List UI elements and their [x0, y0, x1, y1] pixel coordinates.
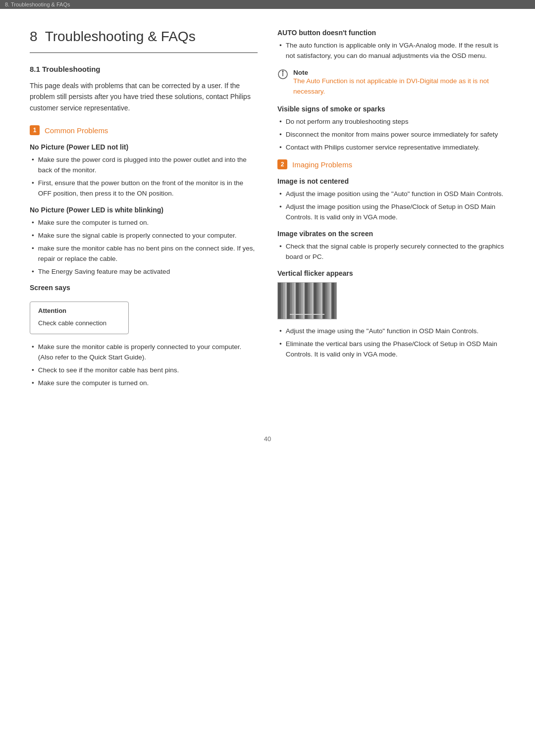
flicker-image: [277, 282, 337, 319]
note-box: i Note The Auto Function is not applicab…: [277, 68, 505, 97]
list-item: Adjust the image position using the "Aut…: [277, 189, 505, 200]
common-problems-header: 1 Common Problems: [30, 125, 258, 135]
attention-box: Attention Check cable connection: [30, 302, 129, 334]
list-item: Do not perform any troubleshooting steps: [277, 117, 505, 127]
note-label: Note: [293, 69, 308, 76]
common-problems-title: Common Problems: [45, 126, 108, 135]
note-text: The Auto Function is not applicable in D…: [293, 77, 489, 95]
right-column: AUTO button doesn't function The auto fu…: [277, 29, 505, 396]
list-item: make sure the monitor cable has no bent …: [30, 244, 258, 264]
list-item: The auto function is applicable only in …: [277, 41, 505, 61]
imaging-problems-title: Imaging Problems: [292, 160, 352, 169]
list-item: Check that the signal cable is properly …: [277, 242, 505, 262]
note-icon: i: [277, 69, 288, 80]
list-item: The Energy Saving feature may be activat…: [30, 267, 258, 277]
auto-button-title: AUTO button doesn't function: [277, 29, 505, 37]
left-column: 8 Troubleshooting & FAQs 8.1 Troubleshoo…: [30, 29, 258, 396]
breadcrumb-bar: 8. Troubleshooting & FAQs: [0, 0, 535, 9]
list-item: Make sure the computer is turned on.: [30, 218, 258, 228]
vertical-flicker-list: Adjust the image using the "Auto" functi…: [277, 326, 505, 360]
vibrates-title: Image vibrates on the screen: [277, 230, 505, 238]
intro-paragraph: This page deals with problems that can b…: [30, 80, 258, 113]
auto-button-list: The auto function is applicable only in …: [277, 41, 505, 61]
screen-says-title: Screen says: [30, 284, 258, 292]
page-footer: 40: [0, 425, 535, 457]
list-item: Adjust the image position using the Phas…: [277, 202, 505, 223]
imaging-problems-badge: 2: [277, 159, 287, 169]
chapter-title: 8 Troubleshooting & FAQs: [30, 29, 258, 49]
attention-content: Check cable connection: [38, 319, 120, 327]
page-number: 40: [264, 435, 271, 443]
smoke-sparks-title: Visible signs of smoke or sparks: [277, 105, 505, 113]
list-item: Make sure the monitor cable is properly …: [30, 342, 258, 363]
attention-title: Attention: [38, 307, 120, 314]
chapter-divider: [30, 52, 258, 53]
list-item: Check to see if the monitor cable has be…: [30, 365, 258, 376]
not-centered-title: Image is not centered: [277, 177, 505, 185]
list-item: Adjust the image using the "Auto" functi…: [277, 326, 505, 337]
list-item: First, ensure that the power button on t…: [30, 178, 258, 199]
list-item: Make sure the power cord is plugged into…: [30, 155, 258, 176]
no-power-led-title: No Picture (Power LED not lit): [30, 143, 258, 151]
flicker-visual: [278, 283, 336, 319]
smoke-sparks-list: Do not perform any troubleshooting steps…: [277, 117, 505, 153]
list-item: Disconnect the monitor from mains power …: [277, 130, 505, 140]
breadcrumb-text: 8. Troubleshooting & FAQs: [5, 1, 70, 7]
vibrates-list: Check that the signal cable is properly …: [277, 242, 505, 262]
list-item: Make sure the computer is turned on.: [30, 378, 258, 389]
vertical-flicker-title: Vertical flicker appears: [277, 269, 505, 277]
not-centered-list: Adjust the image position using the "Aut…: [277, 189, 505, 223]
list-item: Make sure the signal cable is properly c…: [30, 231, 258, 241]
no-white-blink-title: No Picture (Power LED is white blinking): [30, 206, 258, 214]
list-item: Contact with Philips customer service re…: [277, 143, 505, 153]
no-white-blink-list: Make sure the computer is turned on. Mak…: [30, 218, 258, 277]
no-power-led-list: Make sure the power cord is plugged into…: [30, 155, 258, 199]
list-item: Eliminate the vertical bars using the Ph…: [277, 339, 505, 360]
imaging-problems-header: 2 Imaging Problems: [277, 159, 505, 169]
common-problems-badge: 1: [30, 125, 40, 135]
section-81-heading: 8.1 Troubleshooting: [30, 65, 258, 73]
screen-says-list: Make sure the monitor cable is properly …: [30, 342, 258, 389]
